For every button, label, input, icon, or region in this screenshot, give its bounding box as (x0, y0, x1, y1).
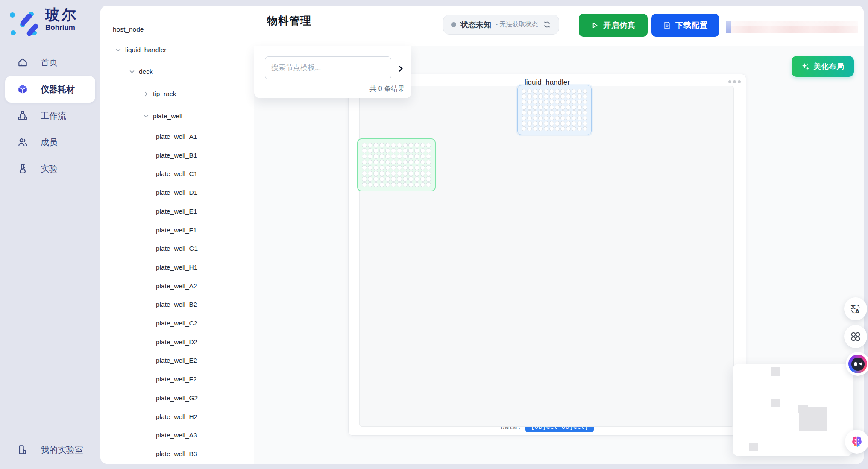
sidebar-item-label: 我的实验室 (41, 444, 83, 456)
chevron-right-icon[interactable] (143, 91, 149, 97)
well (522, 100, 527, 105)
refresh-icon[interactable] (543, 21, 551, 29)
experiment-icon (17, 163, 28, 174)
well (566, 121, 571, 126)
tree-item-label: plate_well_E2 (156, 357, 197, 364)
node-menu-icon[interactable] (728, 80, 741, 83)
tree-item-liquid_handler[interactable]: liquid_handler (115, 43, 167, 57)
tree-item-plate_well_F1[interactable]: plate_well_F1 (156, 223, 197, 237)
well (555, 126, 560, 132)
tree-item-deck[interactable]: deck (129, 65, 153, 79)
well (566, 94, 571, 99)
well (385, 154, 390, 159)
well (362, 171, 367, 176)
ai-brain-button[interactable] (845, 430, 868, 454)
tree-item-label: plate_well_C2 (156, 320, 197, 327)
tree-item-plate_well_A3[interactable]: plate_well_A3 (156, 428, 197, 442)
sidebar-item-experiments[interactable]: 实验 (0, 155, 100, 182)
well (577, 121, 582, 126)
tree-item-plate_well_D2[interactable]: plate_well_D2 (156, 335, 197, 349)
deck-node[interactable] (359, 86, 734, 427)
well (373, 176, 378, 182)
well (426, 148, 431, 153)
tree-item-plate_well_H2[interactable]: plate_well_H2 (156, 410, 197, 424)
plate-well-plate[interactable] (357, 138, 436, 191)
minimap-node (771, 367, 780, 376)
well (408, 176, 413, 182)
status-detail: - 无法获取状态 (496, 21, 538, 29)
tree-item-plate_well_A1[interactable]: plate_well_A1 (156, 130, 197, 144)
well (420, 154, 425, 159)
tree-item-label: tip_rack (153, 90, 176, 98)
tree-item-host_node[interactable]: host_node (113, 23, 144, 36)
well (560, 121, 566, 126)
well (572, 89, 577, 94)
well (577, 116, 582, 121)
search-collapse-chevron-icon[interactable] (395, 63, 406, 74)
loading-skeleton-block (726, 21, 731, 33)
sidebar-item-workflow[interactable]: 工作流 (0, 103, 100, 129)
well (414, 143, 419, 148)
well (522, 126, 527, 132)
tree-item-plate_well_D1[interactable]: plate_well_D1 (156, 186, 197, 199)
beautify-layout-button[interactable]: 美化布局 (792, 56, 854, 77)
search-input[interactable] (265, 56, 391, 79)
tree-item-plate_well_B2[interactable]: plate_well_B2 (156, 298, 197, 311)
well (572, 100, 577, 105)
tree-item-label: plate_well_F2 (156, 375, 197, 383)
tree-item-label: plate_well_H1 (156, 264, 197, 271)
well (538, 121, 543, 126)
translate-tool-button[interactable]: 文A (844, 297, 867, 320)
tree-item-plate_well_B3[interactable]: plate_well_B3 (156, 447, 197, 461)
well (420, 182, 425, 188)
minimap-panel[interactable] (733, 364, 853, 456)
ai-assistant-button[interactable] (846, 352, 868, 376)
well (408, 143, 413, 148)
well (391, 176, 396, 182)
well (426, 143, 431, 148)
tree-item-plate_well_B1[interactable]: plate_well_B1 (156, 149, 197, 162)
tree-item-plate_well_G1[interactable]: plate_well_G1 (156, 242, 198, 255)
chevron-down-icon[interactable] (129, 69, 135, 75)
well (403, 148, 408, 153)
well (522, 110, 527, 115)
tree-item-label: plate_well_G1 (156, 245, 198, 252)
chevron-down-icon[interactable] (115, 47, 121, 53)
app-root: 玻尔 Bohrium 首页 仪器耗材 工作流 (0, 0, 868, 469)
well (362, 176, 367, 182)
well (397, 148, 402, 153)
tree-item-plate_well_H1[interactable]: plate_well_H1 (156, 261, 197, 274)
tip-rack-plate[interactable] (517, 85, 592, 135)
tree-item-plate_well_C1[interactable]: plate_well_C1 (156, 167, 197, 181)
well (408, 165, 413, 170)
download-config-button[interactable]: 下载配置 (651, 14, 719, 37)
tree-item-plate_well_G2[interactable]: plate_well_G2 (156, 391, 198, 405)
tree-item-plate_well_E2[interactable]: plate_well_E2 (156, 354, 197, 367)
tree-item-plate_well_C2[interactable]: plate_well_C2 (156, 317, 197, 330)
tree-item-plate_well_E1[interactable]: plate_well_E1 (156, 205, 197, 218)
start-simulation-button[interactable]: 开启仿真 (579, 14, 648, 37)
beautify-layout-label: 美化布局 (814, 62, 845, 71)
well (420, 160, 425, 165)
well (385, 171, 390, 176)
well (527, 89, 532, 94)
sidebar-item-home[interactable]: 首页 (0, 49, 100, 76)
well (527, 105, 532, 110)
status-dot-icon (451, 22, 456, 27)
sidebar-item-instruments[interactable]: 仪器耗材 (0, 76, 100, 103)
sidebar-item-my-lab[interactable]: 我的实验室 (0, 437, 100, 463)
tree-item-tip_rack[interactable]: tip_rack (143, 87, 176, 101)
well (572, 110, 577, 115)
well (414, 154, 419, 159)
tree-item-plate_well_A2[interactable]: plate_well_A2 (156, 279, 197, 293)
well (362, 182, 367, 188)
apps-tool-button[interactable] (844, 325, 867, 348)
well (566, 105, 571, 110)
tree-item-label: plate_well_A1 (156, 133, 197, 141)
sidebar-item-members[interactable]: 成员 (0, 129, 100, 155)
tree-item-plate_well[interactable]: plate_well (143, 109, 182, 123)
chevron-down-icon[interactable] (143, 113, 149, 119)
well (533, 105, 538, 110)
well (522, 121, 527, 126)
tree-item-plate_well_F2[interactable]: plate_well_F2 (156, 372, 197, 386)
